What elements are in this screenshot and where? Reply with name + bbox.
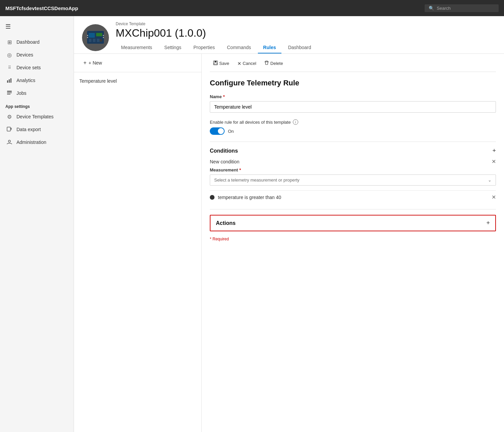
cancel-icon: ✕: [237, 61, 241, 66]
toggle-switch[interactable]: [210, 127, 225, 135]
sidebar-item-jobs[interactable]: Jobs: [0, 87, 74, 100]
condition-name: New condition: [210, 159, 239, 164]
remove-condition-button[interactable]: ✕: [492, 194, 496, 200]
actions-title: Actions: [216, 220, 236, 226]
name-input[interactable]: [210, 101, 496, 113]
tab-settings[interactable]: Settings: [159, 42, 187, 53]
condition-header-row: New condition ✕: [210, 158, 496, 165]
svg-rect-5: [7, 94, 10, 94]
condition-block: New condition ✕ Measurement * Select a t…: [210, 158, 496, 204]
device-templates-icon: ⚙: [6, 114, 12, 120]
administration-icon: [6, 139, 12, 145]
device-tabs: Measurements Settings Properties Command…: [116, 42, 496, 53]
measurement-dropdown[interactable]: Select a telemetry measurement or proper…: [210, 174, 496, 186]
search-input[interactable]: [437, 6, 495, 11]
svg-rect-0: [7, 80, 8, 83]
toggle-on-label: On: [228, 129, 234, 134]
sidebar-item-data-export[interactable]: Data export: [0, 123, 74, 136]
svg-rect-11: [89, 39, 91, 42]
new-button[interactable]: + + New: [79, 58, 106, 68]
svg-rect-4: [7, 92, 12, 93]
svg-rect-20: [215, 61, 217, 62]
device-template-name: MXChip001 (1.0.0): [116, 27, 496, 39]
svg-rect-18: [103, 37, 104, 38]
sidebar-item-devices[interactable]: ◎ Devices: [0, 48, 74, 61]
sidebar-item-device-templates[interactable]: ⚙ Device Templates: [0, 110, 74, 123]
actions-header: Actions +: [216, 220, 490, 227]
svg-point-14: [100, 39, 102, 42]
device-header: Device Template MXChip001 (1.0.0) Measur…: [74, 16, 504, 54]
search-bar[interactable]: 🔍: [425, 4, 499, 12]
main-content: Device Template MXChip001 (1.0.0) Measur…: [74, 16, 504, 432]
delete-button[interactable]: Delete: [261, 59, 286, 68]
sidebar-item-device-sets[interactable]: ⠿ Device sets: [0, 61, 74, 74]
dashboard-icon: ⊞: [6, 39, 12, 45]
device-sets-icon: ⠿: [6, 65, 12, 71]
tab-properties[interactable]: Properties: [188, 42, 220, 53]
add-action-button[interactable]: +: [486, 220, 490, 227]
svg-rect-21: [214, 63, 217, 65]
cancel-label: Cancel: [243, 61, 256, 66]
plus-icon: +: [83, 60, 86, 66]
close-condition-button[interactable]: ✕: [492, 158, 496, 165]
info-icon[interactable]: i: [293, 119, 298, 125]
condition-indicator: [210, 195, 215, 200]
tab-commands[interactable]: Commands: [222, 42, 257, 53]
sidebar-item-label: Device sets: [16, 65, 41, 70]
new-label: + New: [88, 60, 102, 66]
toggle-section: Enable rule for all devices of this temp…: [210, 119, 496, 135]
toggle-row: On: [210, 127, 496, 135]
condition-result: temperature is greater than 40 ✕: [210, 190, 496, 204]
svg-rect-15: [87, 35, 88, 36]
svg-rect-13: [97, 39, 100, 42]
svg-rect-17: [103, 35, 104, 36]
sidebar-item-label: Dashboard: [16, 39, 40, 45]
add-condition-button[interactable]: +: [492, 147, 496, 154]
svg-rect-6: [7, 127, 10, 131]
app-title: MSFTcfsdevtestCCSDemoApp: [5, 5, 78, 11]
svg-rect-9: [89, 33, 95, 38]
sidebar-item-analytics[interactable]: Analytics: [0, 74, 74, 87]
list-item[interactable]: Temperature level: [74, 75, 201, 87]
jobs-icon: [6, 90, 12, 96]
save-button[interactable]: Save: [210, 59, 233, 68]
save-label: Save: [219, 61, 229, 66]
svg-rect-2: [10, 78, 11, 83]
tab-dashboard[interactable]: Dashboard: [283, 42, 317, 53]
rule-toolbar: Save ✕ Cancel: [210, 59, 496, 72]
svg-point-7: [8, 140, 10, 142]
cancel-button[interactable]: ✕ Cancel: [234, 60, 260, 68]
sidebar-item-label: Analytics: [16, 78, 35, 83]
actions-section: Actions +: [210, 215, 496, 231]
rules-list: Temperature level: [74, 72, 201, 90]
sidebar-item-label: Jobs: [16, 90, 27, 96]
left-panel: + + New Temperature level: [74, 54, 202, 432]
left-panel-toolbar: + + New: [74, 54, 201, 72]
required-note: * Required: [210, 237, 496, 241]
tab-measurements[interactable]: Measurements: [116, 42, 158, 53]
svg-rect-3: [7, 91, 12, 92]
delete-icon: [264, 61, 269, 66]
name-section: Name *: [210, 94, 496, 113]
tab-rules[interactable]: Rules: [258, 42, 281, 53]
svg-rect-12: [93, 39, 95, 42]
sidebar-item-dashboard[interactable]: ⊞ Dashboard: [0, 36, 74, 48]
divider-2: [210, 209, 496, 209]
dropdown-placeholder: Select a telemetry measurement or proper…: [214, 178, 300, 183]
sidebar-item-label: Device Templates: [16, 114, 53, 119]
sidebar-item-administration[interactable]: Administration: [0, 136, 74, 149]
device-header-info: Device Template MXChip001 (1.0.0) Measur…: [116, 22, 496, 53]
conditions-header: Conditions +: [210, 147, 496, 154]
content-area: + + New Temperature level: [74, 54, 504, 432]
devices-icon: ◎: [6, 52, 12, 58]
device-avatar: [82, 24, 109, 51]
chevron-down-icon: ⌄: [488, 178, 492, 183]
hamburger-button[interactable]: ☰: [0, 20, 74, 36]
sidebar-item-label: Data export: [16, 127, 41, 132]
condition-text: temperature is greater than 40: [218, 195, 281, 200]
sidebar-item-label: Administration: [16, 140, 46, 145]
top-bar: MSFTcfsdevtestCCSDemoApp 🔍: [0, 0, 504, 16]
svg-rect-10: [96, 33, 102, 36]
save-icon: [213, 61, 218, 66]
required-indicator: *: [239, 167, 241, 172]
